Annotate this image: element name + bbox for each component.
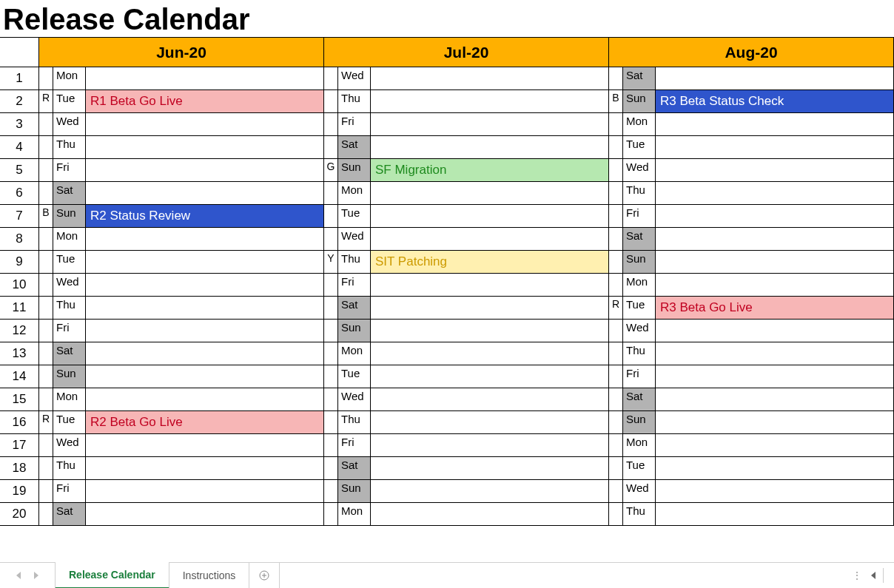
- row-number[interactable]: 8: [0, 228, 39, 251]
- event-cell[interactable]: [86, 297, 323, 320]
- day-of-week[interactable]: Thu: [338, 411, 371, 434]
- day-of-week[interactable]: Tue: [53, 90, 86, 113]
- event-code[interactable]: [609, 320, 623, 342]
- event-cell[interactable]: [86, 434, 323, 457]
- month-header[interactable]: Jun-20: [39, 38, 324, 67]
- day-of-week[interactable]: Wed: [338, 67, 371, 90]
- event-cell[interactable]: [371, 480, 608, 503]
- day-of-week[interactable]: Wed: [338, 228, 371, 251]
- event-code[interactable]: [609, 159, 623, 182]
- day-of-week[interactable]: Wed: [53, 274, 86, 297]
- day-of-week[interactable]: Sun: [623, 411, 656, 434]
- day-of-week[interactable]: Tue: [338, 205, 371, 228]
- day-of-week[interactable]: Wed: [53, 434, 86, 457]
- event-cell[interactable]: [656, 228, 893, 251]
- event-cell[interactable]: [371, 228, 608, 251]
- event-code[interactable]: [609, 457, 623, 480]
- event-cell[interactable]: [656, 136, 893, 159]
- event-cell[interactable]: R3 Beta Status Check: [656, 90, 893, 113]
- event-cell[interactable]: [656, 251, 893, 274]
- day-of-week[interactable]: Mon: [338, 342, 371, 365]
- horizontal-scroll-control[interactable]: ⋮: [852, 568, 894, 583]
- event-code[interactable]: [39, 136, 53, 159]
- event-code[interactable]: [324, 503, 338, 526]
- day-of-week[interactable]: Thu: [623, 182, 656, 205]
- event-cell[interactable]: [656, 342, 893, 365]
- event-cell[interactable]: R2 Beta Go Live: [86, 411, 323, 434]
- event-code[interactable]: [39, 251, 53, 274]
- row-number[interactable]: 18: [0, 457, 39, 480]
- event-code[interactable]: [324, 67, 338, 90]
- row-number[interactable]: 1: [0, 67, 39, 90]
- event-cell[interactable]: [656, 457, 893, 480]
- event-cell[interactable]: [656, 480, 893, 503]
- row-number[interactable]: 3: [0, 113, 39, 136]
- event-code[interactable]: [39, 297, 53, 320]
- event-code[interactable]: [324, 480, 338, 503]
- day-of-week[interactable]: Sat: [338, 136, 371, 159]
- event-code[interactable]: [324, 434, 338, 457]
- day-of-week[interactable]: Fri: [338, 113, 371, 136]
- event-code[interactable]: [609, 434, 623, 457]
- event-code[interactable]: [609, 136, 623, 159]
- row-number[interactable]: 14: [0, 365, 39, 388]
- event-code[interactable]: [39, 457, 53, 480]
- event-cell[interactable]: [656, 67, 893, 90]
- day-of-week[interactable]: Thu: [338, 251, 371, 274]
- day-of-week[interactable]: Sat: [623, 228, 656, 251]
- event-cell[interactable]: SF Migration: [371, 159, 608, 182]
- event-cell[interactable]: [656, 113, 893, 136]
- event-code[interactable]: [609, 342, 623, 365]
- event-cell[interactable]: [86, 320, 323, 342]
- event-cell[interactable]: R1 Beta Go Live: [86, 90, 323, 113]
- event-cell[interactable]: [86, 251, 323, 274]
- month-header[interactable]: Jul-20: [324, 38, 609, 67]
- day-of-week[interactable]: Fri: [53, 320, 86, 342]
- day-of-week[interactable]: Sun: [338, 320, 371, 342]
- row-number[interactable]: 15: [0, 388, 39, 411]
- event-code[interactable]: [324, 297, 338, 320]
- event-code[interactable]: [39, 113, 53, 136]
- event-cell[interactable]: [656, 320, 893, 342]
- event-code[interactable]: [609, 67, 623, 90]
- event-cell[interactable]: [371, 90, 608, 113]
- day-of-week[interactable]: Sat: [338, 457, 371, 480]
- event-code[interactable]: [609, 503, 623, 526]
- event-cell[interactable]: [656, 182, 893, 205]
- row-number[interactable]: 20: [0, 503, 39, 526]
- event-cell[interactable]: [86, 182, 323, 205]
- event-cell[interactable]: [86, 342, 323, 365]
- row-number[interactable]: 2: [0, 90, 39, 113]
- row-number[interactable]: 11: [0, 297, 39, 320]
- event-code[interactable]: Y: [324, 251, 338, 274]
- event-code[interactable]: [39, 388, 53, 411]
- event-code[interactable]: [324, 205, 338, 228]
- day-of-week[interactable]: Wed: [53, 113, 86, 136]
- event-code[interactable]: B: [39, 205, 53, 228]
- event-code[interactable]: [39, 434, 53, 457]
- event-cell[interactable]: [86, 136, 323, 159]
- event-code[interactable]: [39, 503, 53, 526]
- event-cell[interactable]: [371, 182, 608, 205]
- row-number[interactable]: 12: [0, 320, 39, 342]
- day-of-week[interactable]: Thu: [338, 90, 371, 113]
- day-of-week[interactable]: Sat: [53, 342, 86, 365]
- event-code[interactable]: G: [324, 159, 338, 182]
- day-of-week[interactable]: Fri: [338, 274, 371, 297]
- tab-instructions[interactable]: Instructions: [169, 563, 250, 588]
- day-of-week[interactable]: Fri: [53, 480, 86, 503]
- event-code[interactable]: [609, 388, 623, 411]
- event-cell[interactable]: [371, 503, 608, 526]
- event-cell[interactable]: [656, 434, 893, 457]
- day-of-week[interactable]: Sun: [53, 365, 86, 388]
- day-of-week[interactable]: Tue: [338, 365, 371, 388]
- event-cell[interactable]: [86, 388, 323, 411]
- event-code[interactable]: [609, 365, 623, 388]
- event-code[interactable]: [609, 411, 623, 434]
- event-cell[interactable]: [371, 136, 608, 159]
- month-header[interactable]: Aug-20: [609, 38, 894, 67]
- event-cell[interactable]: [656, 411, 893, 434]
- row-number[interactable]: 4: [0, 136, 39, 159]
- event-code[interactable]: [324, 182, 338, 205]
- chevron-left-icon[interactable]: [16, 572, 21, 579]
